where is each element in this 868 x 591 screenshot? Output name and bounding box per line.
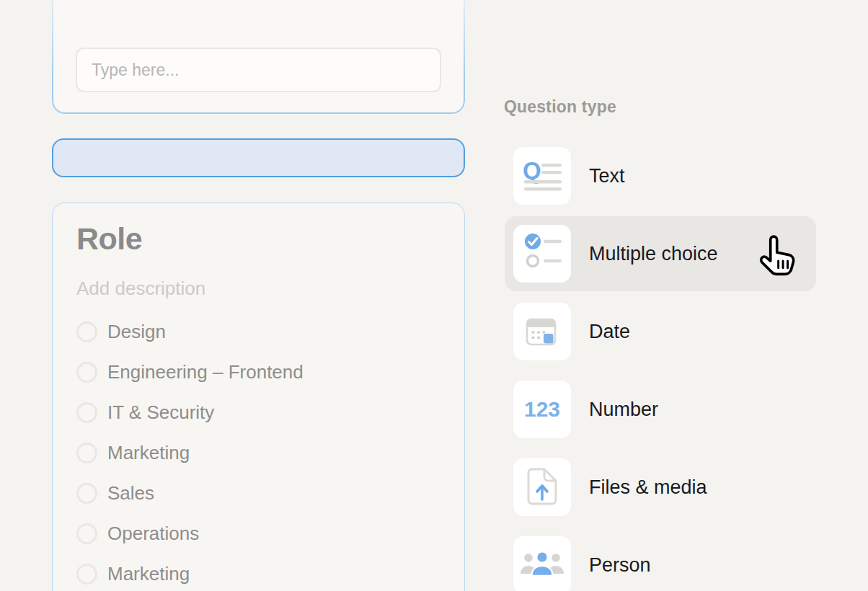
question-type-menu: Q Text Multiple choice — [505, 138, 816, 591]
radio-circle-icon — [76, 321, 97, 342]
date-icon — [513, 303, 571, 360]
radio-circle-icon — [76, 402, 97, 423]
option-label: Engineering – Frontend — [107, 361, 304, 383]
option-label: Sales — [107, 482, 154, 505]
text-question-card — [52, 0, 465, 114]
multiple-choice-icon — [513, 225, 571, 283]
option-row[interactable]: IT & Security — [76, 402, 304, 423]
option-label: Marketing — [107, 563, 190, 585]
radio-circle-icon — [76, 523, 97, 544]
selected-empty-block[interactable] — [52, 138, 465, 177]
radio-circle-icon — [76, 362, 97, 383]
form-builder-screen: Role Add description Design Engineering … — [0, 0, 868, 591]
option-row[interactable]: Marketing — [76, 443, 304, 463]
role-question-card: Role Add description Design Engineering … — [52, 203, 465, 591]
option-row[interactable]: Engineering – Frontend — [76, 362, 304, 383]
option-label: IT & Security — [107, 401, 214, 424]
radio-circle-icon — [76, 483, 97, 504]
option-label: Marketing — [107, 442, 190, 464]
option-row[interactable]: Design — [76, 321, 304, 342]
option-label: Design — [107, 321, 166, 343]
person-icon — [513, 536, 571, 591]
menu-item-label: Date — [589, 321, 630, 343]
menu-item-label: Text — [589, 165, 625, 187]
number-icon: 123 — [513, 381, 571, 438]
menu-item-number[interactable]: 123 Number — [505, 372, 816, 447]
role-options-list: Design Engineering – Frontend IT & Secur… — [76, 321, 304, 585]
option-row[interactable]: Operations — [76, 523, 304, 544]
radio-circle-icon — [76, 564, 97, 585]
text-question-icon: Q — [513, 147, 571, 205]
menu-item-text[interactable]: Q Text — [505, 138, 816, 213]
text-answer-input[interactable] — [76, 48, 441, 92]
menu-item-date[interactable]: Date — [505, 294, 816, 369]
svg-text:Q: Q — [523, 157, 541, 184]
menu-item-label: Multiple choice — [589, 243, 718, 265]
menu-item-files-media[interactable]: Files & media — [505, 450, 816, 525]
option-row[interactable]: Marketing — [76, 564, 304, 585]
question-description-placeholder[interactable]: Add description — [76, 277, 205, 300]
menu-item-label: Person — [589, 554, 651, 577]
svg-text:123: 123 — [524, 397, 560, 421]
question-title[interactable]: Role — [76, 223, 142, 255]
option-label: Operations — [107, 523, 199, 545]
menu-item-label: Files & media — [589, 476, 707, 499]
menu-item-person[interactable]: Person — [505, 528, 816, 591]
menu-item-multiple-choice[interactable]: Multiple choice — [505, 216, 816, 291]
option-row[interactable]: Sales — [76, 483, 304, 504]
radio-circle-icon — [76, 443, 97, 463]
files-media-icon — [513, 458, 571, 516]
question-type-heading: Question type — [504, 97, 616, 117]
menu-item-label: Number — [589, 399, 658, 421]
